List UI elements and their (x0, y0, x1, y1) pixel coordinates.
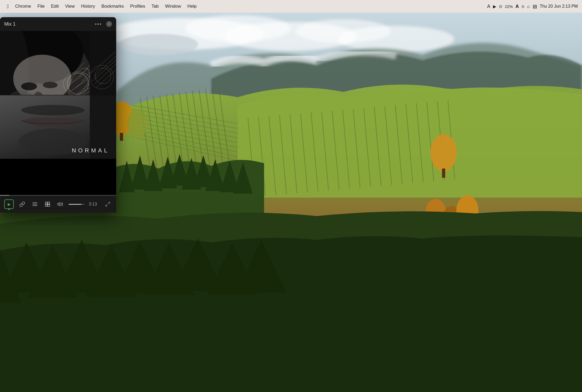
layout-icon[interactable] (43, 200, 52, 208)
menu-history[interactable]: History (78, 3, 98, 10)
font-icon[interactable]: A (487, 4, 490, 9)
more-options-button[interactable]: ••• (95, 21, 102, 27)
svg-point-83 (21, 82, 37, 90)
menubar:  Chrome File Edit View History Bookmark… (0, 0, 582, 13)
svg-point-52 (430, 134, 457, 171)
menubar-right: A ▶ ⊙ 22% A ⌾ ⌕ ▤ Thu 20 Jun 2:13 PM (487, 3, 578, 9)
svg-rect-119 (48, 202, 50, 204)
svg-point-6 (119, 34, 198, 55)
progress-fill (0, 195, 9, 196)
svg-marker-122 (58, 203, 60, 206)
menu-edit[interactable]: Edit (48, 3, 61, 10)
svg-line-124 (106, 205, 107, 206)
player-window: Mix 1 ••• × (0, 17, 116, 213)
svg-rect-50 (120, 133, 123, 141)
svg-point-103 (21, 105, 85, 115)
player-top-controls: ••• × (95, 21, 112, 27)
svg-rect-120 (45, 204, 47, 206)
time-elapsed: 3:13 (89, 202, 99, 207)
svg-rect-53 (442, 169, 445, 178)
menu-file[interactable]: File (35, 3, 47, 10)
svg-point-5 (338, 26, 454, 52)
volume-slider[interactable] (69, 204, 85, 205)
svg-line-123 (108, 202, 110, 204)
svg-rect-105 (90, 31, 116, 95)
link-icon[interactable] (18, 200, 26, 208)
svg-rect-121 (48, 204, 50, 206)
svg-rect-118 (45, 202, 47, 204)
media-icon[interactable]: ▶ (493, 4, 496, 9)
menu-window[interactable]: Window (162, 3, 184, 10)
expand-button[interactable] (104, 200, 112, 208)
accessibility-icon[interactable]: A (515, 4, 519, 9)
progress-bar[interactable] (0, 195, 116, 196)
menu-chrome[interactable]: Chrome (12, 3, 34, 10)
menu-view[interactable]: View (62, 3, 77, 10)
svg-point-51 (127, 109, 147, 138)
close-button[interactable]: × (106, 21, 112, 27)
menu-profiles[interactable]: Profiles (128, 3, 148, 10)
queue-icon[interactable] (31, 200, 39, 208)
svg-point-84 (43, 82, 58, 88)
volume-icon[interactable] (56, 200, 64, 208)
menu-help[interactable]: Help (185, 3, 199, 10)
control-row: ▶ (0, 196, 116, 213)
menu-tab[interactable]: Tab (149, 3, 161, 10)
search-icon[interactable]: ⌕ (527, 4, 530, 9)
player-title: Mix 1 (4, 21, 95, 27)
player-bottom: ▶ (0, 195, 116, 213)
menu-bookmarks[interactable]: Bookmarks (99, 3, 126, 10)
datetime-label[interactable]: Thu 20 Jun 2:13 PM (540, 4, 578, 9)
wifi-icon[interactable]: ⌾ (522, 4, 524, 9)
play-button[interactable]: ▶ (4, 199, 14, 209)
control-center-icon[interactable]: ▤ (533, 3, 537, 9)
player-titlebar: Mix 1 ••• × (0, 17, 116, 31)
battery-label: 22% (505, 4, 513, 9)
svg-text:NORMAL: NORMAL (72, 147, 109, 154)
album-art: NORMAL (0, 31, 116, 195)
apple-menu[interactable]:  (4, 2, 11, 11)
screen-icon[interactable]: ⊙ (499, 4, 502, 9)
